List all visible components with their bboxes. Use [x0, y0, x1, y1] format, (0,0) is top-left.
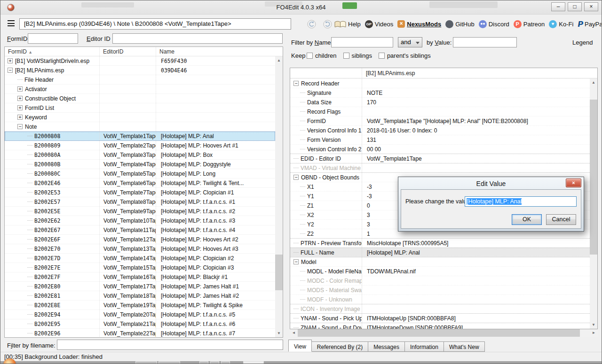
maximize-button[interactable]: □	[568, 2, 582, 11]
record-field-value[interactable]: VotW_Template1Tape	[362, 155, 590, 162]
filter-by-name-input[interactable]	[331, 37, 393, 47]
record-column-plugin[interactable]: [B2] MLPAnims.esp	[362, 68, 597, 78]
taskbar-button[interactable]	[199, 361, 208, 364]
record-row[interactable]: ICON - Inventory Image	[290, 304, 590, 313]
tree-row[interactable]: B2000809VotW_Template2Tape[Holotape] MLP…	[5, 141, 275, 150]
tree-row[interactable]: B2002E70VotW_Template13Tape[Holotape] ML…	[5, 244, 275, 254]
taskbar-button[interactable]	[158, 361, 180, 364]
tree-row[interactable]: +Keyword	[5, 113, 275, 122]
record-row[interactable]: MODF - Unknown	[290, 294, 590, 304]
expand-icon[interactable]: +	[17, 105, 23, 110]
taskbar-button[interactable]	[243, 361, 264, 364]
link-patreon[interactable]: PPatreon	[514, 20, 545, 28]
link-videos[interactable]: GPVideos	[365, 20, 394, 28]
tree-row[interactable]: +Activator	[5, 85, 275, 94]
checkbox[interactable]	[343, 53, 349, 59]
collapse-icon[interactable]: −	[8, 68, 13, 73]
record-row[interactable]: YNAM - Sound - Pick UpITMHolotapeUp [SND…	[290, 313, 590, 323]
link-nexusmods[interactable]: ×NexusMods	[397, 20, 441, 28]
tree-row[interactable]: B2002E95VotW_Template21Tape[Holotape] ML…	[5, 319, 275, 329]
record-field-value[interactable]: 170	[362, 99, 590, 106]
tree-row[interactable]: +Constructible Object	[5, 94, 275, 103]
record-field-value[interactable]: VotW_Template1Tape "[Holotape] MLP: Anal…	[362, 118, 590, 124]
collapse-icon[interactable]: −	[293, 259, 299, 264]
minimize-button[interactable]: –	[551, 2, 565, 11]
record-field-value[interactable]: ITMHolotapeUp [SNDR:000BBFA8]	[362, 315, 590, 322]
column-header-name[interactable]: Name	[156, 47, 283, 56]
record-field-value[interactable]: [Holotape] MLP: Anal	[362, 249, 590, 256]
record-row[interactable]: FULL - Name[Holotape] MLP: Anal	[290, 248, 590, 257]
tree-row[interactable]: B2002E5EVotW_Template9Tape[Holotape] MLP…	[5, 207, 275, 216]
tree-row[interactable]: B2002E7EVotW_Template15Tape[Holotape] ML…	[5, 263, 275, 272]
scroll-right-icon[interactable]: ►	[590, 329, 598, 337]
record-row[interactable]: MODC - Color Remappin...	[290, 276, 590, 285]
record-row[interactable]: VMAD - Virtual Machine Ada...	[290, 163, 590, 172]
tab-information[interactable]: Information	[405, 341, 444, 352]
tree-vertical-scrollbar[interactable]: ▲ ▼	[275, 56, 283, 337]
record-row[interactable]: Form Version131	[290, 135, 590, 144]
record-row[interactable]: ZNAM - Sound - Put DownITMHolotapeDown […	[290, 323, 590, 329]
legend-link[interactable]: Legend	[572, 39, 593, 46]
record-row[interactable]: Data Size170	[290, 97, 590, 107]
link-discord[interactable]: Discord	[479, 20, 509, 28]
tree-row[interactable]: B2002E57VotW_Template8Tape[Holotape] MLP…	[5, 197, 275, 207]
taskbar-button[interactable]	[221, 361, 230, 364]
record-row[interactable]: SignatureNOTE	[290, 88, 590, 97]
tree-row[interactable]: B2002E53VotW_Template7Tape[Holotape] MLP…	[5, 188, 275, 197]
checkbox[interactable]	[307, 53, 313, 59]
menu-icon[interactable]	[8, 20, 15, 26]
record-row[interactable]: Version Control Info 12018-01-16 User: 0…	[290, 125, 590, 135]
tree-row[interactable]: −[B2] MLPAnims.esp039D4E46	[5, 66, 275, 75]
scrollbar-thumb[interactable]	[298, 329, 580, 337]
tab-messages[interactable]: Messages	[368, 341, 405, 352]
collapse-icon[interactable]: −	[17, 124, 23, 129]
expand-icon[interactable]: +	[17, 86, 23, 92]
tree-row[interactable]: B200080BVotW_Template4Tape[Holotape] MLP…	[5, 160, 275, 169]
dialog-close-icon[interactable]: ×	[566, 178, 581, 187]
scrollbar-thumb[interactable]	[275, 255, 283, 290]
tree-row[interactable]: B2002E80VotW_Template17Tape[Holotape] ML…	[5, 282, 275, 291]
editor-id-input[interactable]	[112, 33, 283, 44]
record-field-value[interactable]: 2018-01-16 User: 0 Index: 0	[362, 127, 590, 134]
tree-row[interactable]: −Note	[5, 122, 275, 132]
filter-operator-select[interactable]: and	[398, 37, 422, 47]
checkbox[interactable]	[379, 53, 385, 59]
tree-row[interactable]: B2002E62VotW_Template10Tape[Holotape] ML…	[5, 216, 275, 225]
scroll-down-icon[interactable]: ▼	[590, 321, 597, 329]
record-field-value[interactable]: ITMHolotapeDown [SNDR:000BBFA9]	[362, 325, 590, 329]
tree-row[interactable]: B200080AVotW_Template3Tape[Holotape] MLP…	[5, 150, 275, 160]
tree-row[interactable]: B2002E7FVotW_Template16Tape[Holotape] ML…	[5, 272, 275, 282]
tree-row[interactable]: B2002E46VotW_Template6Tape[Holotape] MLP…	[5, 178, 275, 188]
link-github[interactable]: GitHub	[445, 20, 474, 28]
tree-row[interactable]: B2000808VotW_Template1Tape[Holotape] MLP…	[5, 132, 275, 141]
record-row[interactable]: MODL - Model FileNameTDOW\MLPAnal.nif	[290, 266, 590, 276]
record-field-value[interactable]: MiscHolotape [TRNS:000995A5]	[362, 240, 590, 247]
tab-view[interactable]: View	[288, 340, 312, 352]
tree-row[interactable]: B2002E81VotW_Template18Tape[Holotape] ML…	[5, 291, 275, 301]
collapse-icon[interactable]: −	[293, 81, 299, 86]
close-button[interactable]: ×	[584, 2, 598, 11]
nav-back-icon[interactable]	[307, 20, 316, 29]
tree-row[interactable]: B2002E96VotW_Template22Tape[Holotape] ML…	[5, 329, 275, 337]
tree-row[interactable]: File Header	[5, 75, 275, 85]
link-paypal[interactable]: PPayPal	[578, 20, 602, 28]
expand-icon[interactable]: +	[17, 96, 23, 101]
scroll-up-icon[interactable]: ▲	[275, 56, 283, 64]
taskbar-button[interactable]	[210, 361, 219, 364]
tree-row[interactable]: B2002E7DVotW_Template14Tape[Holotape] ML…	[5, 254, 275, 263]
column-header-formid[interactable]: FormID ▲	[5, 47, 100, 56]
scroll-down-icon[interactable]: ▼	[275, 329, 283, 337]
panel-splitter[interactable]	[285, 32, 286, 352]
record-vertical-scrollbar[interactable]: ▲ ▼	[590, 78, 597, 329]
scrollbar-thumb[interactable]	[590, 100, 597, 255]
record-row[interactable]: FormIDVotW_Template1Tape "[Holotape] MLP…	[290, 116, 590, 125]
record-row[interactable]: Version Control Info 200 00	[290, 144, 590, 154]
tree-row[interactable]: +FormID List	[5, 103, 275, 113]
filter-by-value-input[interactable]	[453, 37, 517, 47]
record-row[interactable]: Record Flags	[290, 107, 590, 116]
taskbar-button[interactable]	[135, 361, 157, 364]
record-field-value[interactable]: 131	[362, 137, 590, 143]
formid-input[interactable]	[28, 33, 78, 44]
record-field-value[interactable]: NOTE	[362, 90, 590, 96]
tree-row[interactable]: B2002E6FVotW_Template12Tape[Holotape] ML…	[5, 235, 275, 244]
